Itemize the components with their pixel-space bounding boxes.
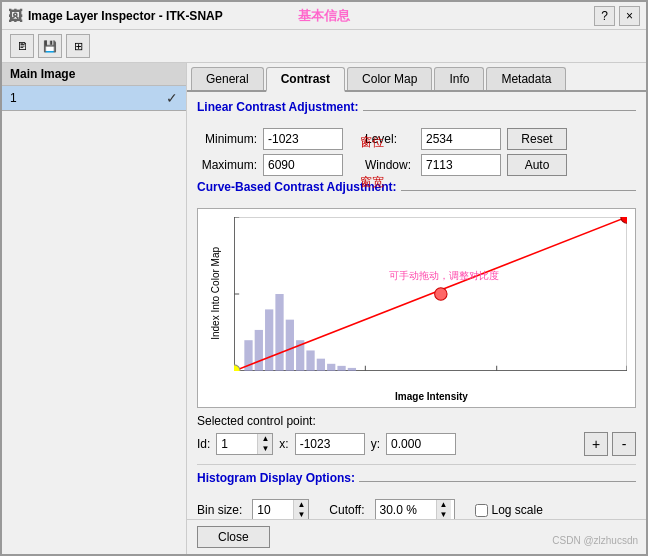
svg-rect-20: [286, 320, 294, 371]
svg-rect-19: [275, 294, 283, 371]
level-input[interactable]: [421, 128, 501, 150]
header-annotation: 基本信息: [298, 7, 350, 25]
max-label: Maximum:: [197, 158, 257, 172]
histogram-title-row: Histogram Display Options:: [197, 471, 636, 491]
tab-metadata[interactable]: Metadata: [486, 67, 566, 90]
remove-point-button[interactable]: -: [612, 432, 636, 456]
tab-colormap[interactable]: Color Map: [347, 67, 432, 90]
bin-spin-down[interactable]: ▼: [294, 510, 308, 519]
toolbar: 🖹 💾 ⊞: [2, 30, 646, 63]
svg-rect-25: [337, 366, 345, 371]
reset-button[interactable]: Reset: [507, 128, 567, 150]
bottom-bar: Close CSDN @zlzhucsdn: [187, 519, 646, 554]
cutoff-spinbox-input[interactable]: [376, 500, 436, 519]
close-window-button[interactable]: ×: [619, 6, 640, 26]
close-button[interactable]: Close: [197, 526, 270, 548]
cutoff-label: Cutoff:: [329, 503, 364, 517]
sidebar-check-icon: ✓: [166, 90, 178, 106]
chart-container: Index Into Color Map Image Intensity: [197, 208, 636, 408]
watermark: CSDN @zlzhucsdn: [552, 535, 638, 546]
panel-content: Linear Contrast Adjustment: Minimum: Lev…: [187, 92, 646, 519]
linear-section: Linear Contrast Adjustment: Minimum: Lev…: [197, 100, 636, 176]
id-spinbox-buttons: ▲ ▼: [257, 434, 272, 454]
svg-rect-23: [317, 359, 325, 371]
svg-rect-26: [348, 368, 356, 371]
x-axis-label: Image Intensity: [238, 389, 625, 403]
curve-divider-line: [401, 190, 636, 191]
control-point-row: Id: ▲ ▼ x: y: +: [197, 432, 636, 456]
linear-divider-line: [363, 110, 636, 111]
window-input[interactable]: [421, 154, 501, 176]
level-annotation: 窗位: [360, 134, 384, 151]
histogram-row: Bin size: ▲ ▼ Cutoff: ▲: [197, 499, 636, 519]
chart-svg: 0 1 0.5 0 2000 4000 6000: [234, 217, 627, 371]
curve-section: Curve-Based Contrast Adjustment: Index I…: [197, 180, 636, 456]
svg-rect-22: [306, 350, 314, 371]
id-label: Id:: [197, 437, 210, 451]
toolbar-btn-1[interactable]: 🖹: [10, 34, 34, 58]
toolbar-btn-3[interactable]: ⊞: [66, 34, 90, 58]
histogram-section: Histogram Display Options: Bin size: ▲ ▼: [197, 464, 636, 519]
sidebar: Main Image 1 ✓: [2, 63, 187, 554]
id-spin-down[interactable]: ▼: [258, 444, 272, 454]
svg-rect-18: [265, 309, 273, 371]
linear-form: Minimum: Level: Reset: [197, 128, 636, 150]
window-title: Image Layer Inspector - ITK-SNAP: [28, 9, 223, 23]
add-point-button[interactable]: +: [584, 432, 608, 456]
log-scale-text: Log scale: [492, 503, 543, 517]
x-axis-label-text: Image Intensity: [395, 391, 468, 402]
bin-spinbox-input[interactable]: [253, 500, 293, 519]
linear-title: Linear Contrast Adjustment:: [197, 100, 359, 114]
bin-spin-up[interactable]: ▲: [294, 500, 308, 510]
id-spin-up[interactable]: ▲: [258, 434, 272, 444]
histogram-title: Histogram Display Options:: [197, 471, 355, 485]
title-bar: 🖼 Image Layer Inspector - ITK-SNAP 基本信息 …: [2, 2, 646, 30]
window-label: Window:: [365, 158, 415, 172]
add-remove-buttons: + -: [584, 432, 636, 456]
y-axis-label-container: Index Into Color Map: [200, 219, 230, 367]
max-input[interactable]: [263, 154, 343, 176]
cutoff-spin-up[interactable]: ▲: [437, 500, 451, 510]
app-icon: 🖼: [8, 8, 22, 24]
sidebar-header: Main Image: [2, 63, 186, 86]
cutoff-spinbox[interactable]: ▲ ▼: [375, 499, 455, 519]
log-scale-checkbox[interactable]: [475, 504, 488, 517]
min-label: Minimum:: [197, 132, 257, 146]
cutoff-spin-down[interactable]: ▼: [437, 510, 451, 519]
svg-text:可手动拖动，调整对比度: 可手动拖动，调整对比度: [389, 270, 499, 281]
tab-info[interactable]: Info: [434, 67, 484, 90]
y-axis-label: Index Into Color Map: [210, 247, 221, 340]
title-bar-right: ? ×: [594, 6, 640, 26]
log-scale-label: Log scale: [475, 503, 543, 517]
bin-spinbox[interactable]: ▲ ▼: [252, 499, 309, 519]
x-coord-label: x:: [279, 437, 288, 451]
id-spinbox-input[interactable]: [217, 434, 257, 454]
tab-contrast[interactable]: Contrast: [266, 67, 345, 92]
help-button[interactable]: ?: [594, 6, 615, 26]
svg-point-30: [435, 288, 447, 300]
title-bar-left: 🖼 Image Layer Inspector - ITK-SNAP: [8, 8, 223, 24]
linear-form-2: Maximum: Window: Auto 窗位 窗宽: [197, 154, 636, 176]
right-panel: General Contrast Color Map Info Metadata…: [187, 63, 646, 554]
x-coord-input[interactable]: [295, 433, 365, 455]
bin-spinbox-buttons: ▲ ▼: [293, 500, 308, 519]
tab-general[interactable]: General: [191, 67, 264, 90]
toolbar-btn-2[interactable]: 💾: [38, 34, 62, 58]
sidebar-item-1[interactable]: 1 ✓: [2, 86, 186, 111]
tabs: General Contrast Color Map Info Metadata: [187, 63, 646, 92]
y-coord-input[interactable]: [386, 433, 456, 455]
y-coord-label: y:: [371, 437, 380, 451]
id-spinbox[interactable]: ▲ ▼: [216, 433, 273, 455]
curve-title-row: Curve-Based Contrast Adjustment:: [197, 180, 636, 200]
bin-label: Bin size:: [197, 503, 242, 517]
control-point-label: Selected control point:: [197, 414, 636, 428]
sidebar-item-label: 1: [10, 91, 17, 105]
histogram-divider-line: [359, 481, 636, 482]
min-input[interactable]: [263, 128, 343, 150]
main-content: Main Image 1 ✓ General Contrast Color Ma…: [2, 63, 646, 554]
svg-rect-24: [327, 364, 335, 371]
linear-title-row: Linear Contrast Adjustment:: [197, 100, 636, 120]
svg-rect-17: [255, 330, 263, 371]
cutoff-spinbox-buttons: ▲ ▼: [436, 500, 451, 519]
auto-button[interactable]: Auto: [507, 154, 567, 176]
